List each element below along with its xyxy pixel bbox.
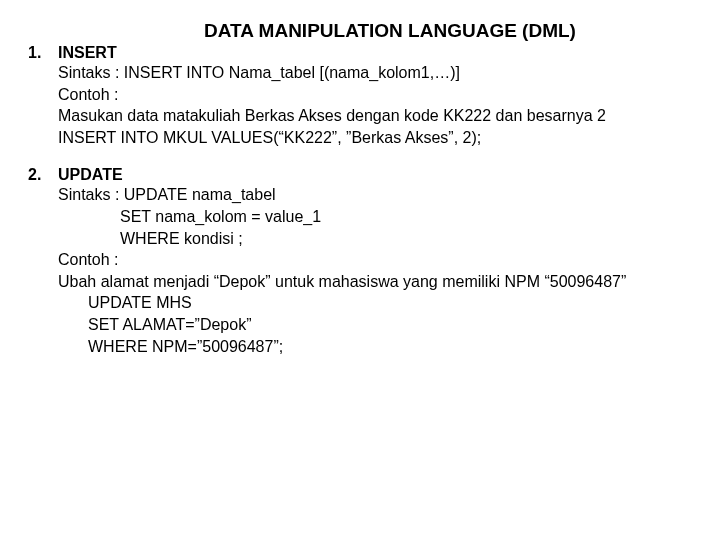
content-line: SET nama_kolom = value_1 <box>58 206 700 228</box>
content-line: SET ALAMAT=”Depok” <box>58 314 700 336</box>
content-line: UPDATE MHS <box>58 292 700 314</box>
list-item-2: 2. UPDATE Sintaks : UPDATE nama_tabel SE… <box>20 166 700 357</box>
content-line: Ubah alamat menjadi “Depok” untuk mahasi… <box>58 271 700 293</box>
item-heading: UPDATE <box>58 166 123 184</box>
content-line: WHERE kondisi ; <box>58 228 700 250</box>
content-line: WHERE NPM=”50096487”; <box>58 336 700 358</box>
content-line: Masukan data matakuliah Berkas Akses den… <box>58 105 700 127</box>
item-content: Sintaks : INSERT INTO Nama_tabel [(nama_… <box>58 62 700 148</box>
list-item-1: 1. INSERT Sintaks : INSERT INTO Nama_tab… <box>20 44 700 148</box>
content-line: Sintaks : INSERT INTO Nama_tabel [(nama_… <box>58 62 700 84</box>
item-content: Sintaks : UPDATE nama_tabel SET nama_kol… <box>58 184 700 357</box>
content-line: Contoh : <box>58 249 700 271</box>
content-line: Contoh : <box>58 84 700 106</box>
content-line: Sintaks : UPDATE nama_tabel <box>58 184 700 206</box>
document-title: DATA MANIPULATION LANGUAGE (DML) <box>80 20 700 42</box>
content-line: INSERT INTO MKUL VALUES(“KK222”, ”Berkas… <box>58 127 700 149</box>
item-heading: INSERT <box>58 44 117 62</box>
item-number: 1. <box>20 44 58 62</box>
item-number: 2. <box>20 166 58 184</box>
